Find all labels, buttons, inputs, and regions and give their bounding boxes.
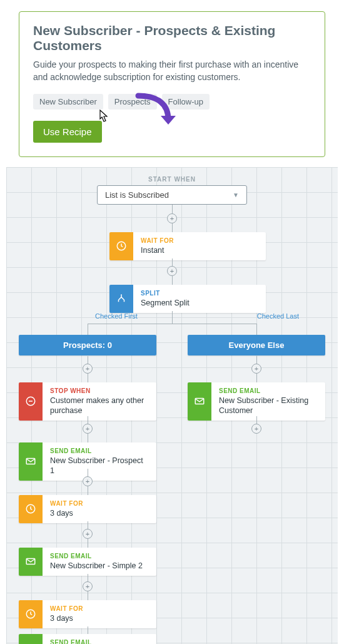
- clock-icon: [19, 600, 43, 628]
- kicker: WAIT FOR: [50, 605, 149, 612]
- kicker: SEND EMAIL: [50, 639, 149, 644]
- node-email-simple-2[interactable]: SEND EMAIL New Subscriber - Simple 2: [19, 548, 156, 576]
- connector: [172, 276, 173, 285]
- recipe-description: Guide your prospects to making their fir…: [33, 58, 311, 84]
- clock-icon: [109, 232, 133, 260]
- connector: [88, 374, 88, 382]
- node-wait-3-days-1[interactable]: WAIT FOR 3 days: [19, 495, 156, 523]
- email-icon: [19, 442, 43, 481]
- connector: [256, 374, 257, 382]
- node-text: New Subscriber - Simple 2: [50, 561, 149, 571]
- node-text: 3 days: [50, 613, 149, 623]
- add-step-button[interactable]: +: [83, 581, 93, 591]
- node-text: New Subscriber - Existing Customer: [219, 396, 318, 416]
- node-email-simple-3[interactable]: SEND EMAIL New Subscriber - Simple 3: [19, 634, 156, 644]
- trigger-dropdown[interactable]: List is Subscribed ▼: [97, 185, 247, 205]
- chevron-down-icon: ▼: [233, 192, 239, 198]
- node-wait-3-days-2[interactable]: WAIT FOR 3 days: [19, 600, 156, 628]
- connector: [172, 311, 173, 324]
- node-text: Customer makes any other purchase: [50, 396, 149, 416]
- trigger-value: List is Subscribed: [105, 190, 169, 200]
- add-step-button[interactable]: +: [83, 424, 93, 434]
- stop-icon: [19, 382, 43, 421]
- tag-prospects[interactable]: Prospects: [108, 94, 157, 110]
- use-recipe-button[interactable]: Use Recipe: [33, 121, 102, 143]
- recipe-title: New Subscriber - Prospects & Existing Cu…: [33, 23, 311, 53]
- automation-canvas: START WHEN List is Subscribed ▼ + WAIT F…: [6, 167, 338, 644]
- clock-icon: [19, 495, 43, 523]
- branch-label-right: Checked Last: [257, 312, 299, 320]
- kicker: WAIT FOR: [50, 500, 149, 507]
- node-wait-instant[interactable]: WAIT FOR Instant: [109, 232, 266, 260]
- connector: [88, 539, 88, 548]
- kicker: SEND EMAIL: [50, 447, 149, 454]
- start-when-label: START WHEN: [6, 176, 338, 183]
- node-stop-when[interactable]: STOP WHEN Customer makes any other purch…: [19, 382, 156, 421]
- add-step-button[interactable]: +: [83, 364, 93, 374]
- connector: [172, 223, 173, 232]
- kicker: SEND EMAIL: [50, 553, 149, 560]
- branch-label-left: Checked First: [95, 312, 138, 320]
- connector: [88, 626, 88, 634]
- tag-follow-up[interactable]: Follow-up: [162, 94, 210, 110]
- add-step-button[interactable]: +: [251, 364, 261, 374]
- connector: [88, 486, 88, 495]
- node-text: Instant: [141, 245, 258, 255]
- connector: [88, 324, 256, 324]
- connector: [88, 434, 88, 442]
- split-icon: [109, 285, 133, 313]
- node-text: 3 days: [50, 508, 149, 518]
- connector: [88, 591, 88, 600]
- email-icon: [19, 548, 43, 576]
- email-icon: [19, 634, 43, 644]
- node-text: Segment Split: [141, 298, 258, 308]
- kicker: STOP WHEN: [50, 387, 149, 394]
- kicker: SPLIT: [141, 290, 258, 297]
- add-step-button[interactable]: +: [167, 266, 177, 276]
- add-step-button[interactable]: +: [251, 424, 261, 434]
- connector: [88, 324, 88, 335]
- tag-list: New Subscriber Prospects Follow-up: [33, 94, 311, 110]
- node-segment-split[interactable]: SPLIT Segment Split: [109, 285, 266, 313]
- recipe-card: New Subscriber - Prospects & Existing Cu…: [19, 11, 325, 157]
- connector: [256, 324, 257, 335]
- branch-prospects[interactable]: Prospects: 0: [19, 335, 156, 355]
- branch-everyone-else[interactable]: Everyone Else: [188, 335, 325, 355]
- kicker: SEND EMAIL: [219, 387, 318, 394]
- add-step-button[interactable]: +: [83, 529, 93, 539]
- node-email-existing-customer[interactable]: SEND EMAIL New Subscriber - Existing Cus…: [188, 382, 325, 421]
- add-step-button[interactable]: +: [167, 213, 177, 223]
- add-step-button[interactable]: +: [83, 476, 93, 486]
- email-icon: [188, 382, 211, 421]
- tag-new-subscriber[interactable]: New Subscriber: [33, 94, 103, 110]
- node-text: New Subscriber - Prospect 1: [50, 456, 149, 476]
- kicker: WAIT FOR: [141, 237, 258, 244]
